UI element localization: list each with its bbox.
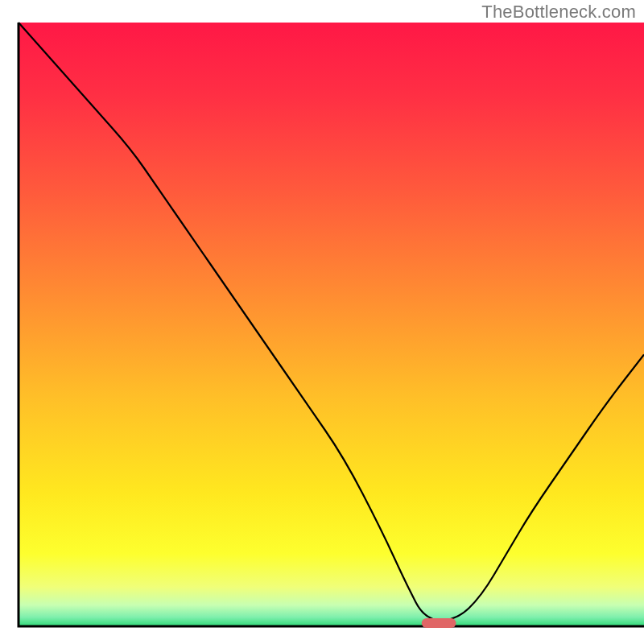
optimal-marker <box>422 618 456 628</box>
plot-area <box>19 23 644 626</box>
bottleneck-chart <box>0 0 644 644</box>
